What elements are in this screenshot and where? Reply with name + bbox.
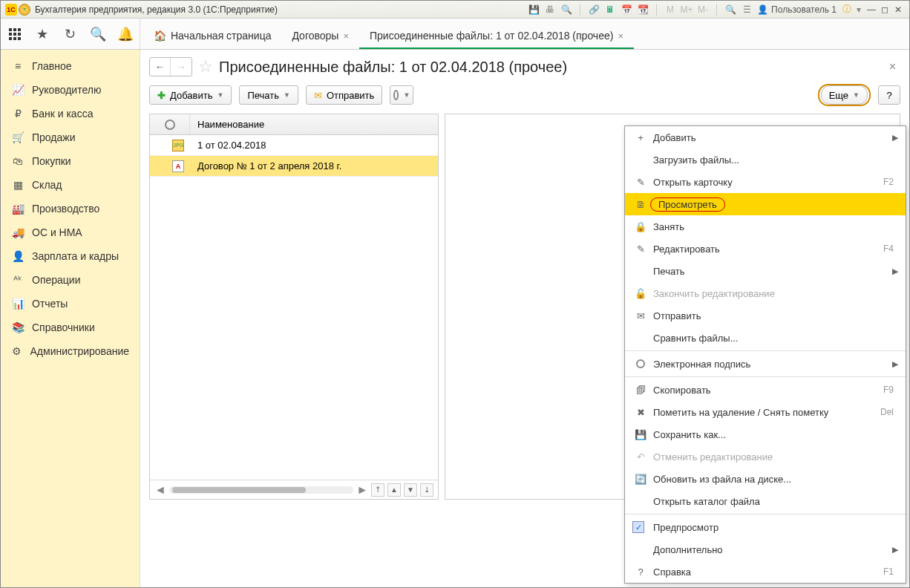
- tab-attached-files[interactable]: Присоединенные файлы: 1 от 02.04.2018 (п…: [359, 22, 634, 49]
- ctx-label: Предпросмотр: [649, 522, 898, 533]
- ctx-item-предпросмотр[interactable]: ✓Предпросмотр: [625, 516, 906, 538]
- save-icon[interactable]: 💾: [528, 4, 540, 16]
- sidebar-item-bank[interactable]: ₽Банк и касса: [1, 102, 140, 125]
- user-label[interactable]: 👤 Пользователь 1: [757, 4, 837, 15]
- ctx-item-обновить-из-файла-на-диске-[interactable]: 🔄Обновить из файла на диске...: [625, 468, 906, 490]
- sidebar-item-operations[interactable]: ᴬᵏОперации: [1, 268, 140, 292]
- ctx-item-редактировать[interactable]: ✎РедактироватьF4: [625, 238, 906, 260]
- bell-icon[interactable]: 🔔: [115, 24, 136, 45]
- ctx-item-печать[interactable]: Печать▶: [625, 260, 906, 282]
- tab-close-icon[interactable]: ×: [343, 30, 349, 42]
- info-dd-icon[interactable]: ▾: [853, 4, 865, 16]
- ctx-item-пометить-на-удаление-снять-пом[interactable]: ✖Пометить на удаление / Снять пометкуDel: [625, 401, 906, 423]
- history-icon[interactable]: ↻: [59, 24, 80, 45]
- shortcut: F2: [883, 177, 898, 187]
- tab-home[interactable]: 🏠 Начальная страница: [143, 22, 281, 49]
- search-icon[interactable]: 🔍: [88, 24, 108, 45]
- table-row[interactable]: А Договор № 1 от 2 апреля 2018 г.: [150, 156, 438, 177]
- scroll-thumb[interactable]: [172, 487, 306, 493]
- minimize-button[interactable]: —: [865, 4, 878, 16]
- close-button[interactable]: ✕: [891, 4, 905, 16]
- up-icon[interactable]: ▲: [387, 483, 401, 497]
- grid-header: Наименование: [150, 114, 438, 135]
- info-icon[interactable]: ⓘ: [841, 4, 853, 16]
- ctx-icon: ✉: [632, 310, 649, 321]
- scroll-right-icon[interactable]: ►: [356, 483, 368, 497]
- ctx-label: Открыть карточку: [649, 177, 883, 188]
- calendar31-icon[interactable]: 📆: [637, 4, 649, 16]
- sidebar-item-warehouse[interactable]: ▦Склад: [1, 173, 140, 197]
- ctx-item-открыть-карточку[interactable]: ✎Открыть карточкуF2: [625, 171, 906, 193]
- maximize-button[interactable]: ◻: [878, 4, 891, 16]
- forward-button[interactable]: →: [171, 58, 192, 76]
- sidebar-item-admin[interactable]: ⚙Администрирование: [1, 339, 140, 363]
- col-name[interactable]: Наименование: [190, 119, 438, 130]
- ctx-label: Обновить из файла на диске...: [649, 474, 898, 485]
- ctx-item-отправить[interactable]: ✉Отправить: [625, 304, 906, 327]
- ctx-item-сохранить-как-[interactable]: 💾Сохранить как...: [625, 423, 906, 445]
- help-button[interactable]: ?: [878, 85, 900, 105]
- ctx-item-сравнить-файлы-[interactable]: Сравнить файлы...: [625, 327, 906, 349]
- app-logo-icon: 1C: [5, 4, 17, 16]
- add-label: Добавить: [170, 90, 212, 101]
- scrollbar[interactable]: [169, 486, 353, 494]
- m-icon[interactable]: M: [664, 4, 676, 16]
- print-button[interactable]: Печать▼: [239, 85, 298, 105]
- zoom-icon[interactable]: 🔍: [724, 4, 736, 16]
- ctx-item-справка[interactable]: ?СправкаF1: [625, 561, 906, 583]
- add-button[interactable]: ✚Добавить▼: [149, 85, 232, 105]
- tasks-icon[interactable]: ☰: [741, 4, 753, 16]
- barchart-icon: 📊: [11, 298, 24, 310]
- ctx-item-занять[interactable]: 🔒Занять: [625, 215, 906, 238]
- close-page-button[interactable]: ×: [889, 60, 900, 74]
- sidebar-label: Руководителю: [32, 84, 101, 96]
- ctx-item-загрузить-файлы-[interactable]: Загрузить файлы...: [625, 148, 906, 171]
- calc-icon[interactable]: 🖩: [604, 4, 616, 16]
- ctx-label: Дополнительно: [649, 544, 892, 555]
- ctx-item-открыть-каталог-файла[interactable]: Открыть каталог файла: [625, 490, 906, 512]
- ctx-icon: 💾: [632, 429, 649, 440]
- ctx-item-дополнительно[interactable]: Дополнительно▶: [625, 538, 906, 561]
- star-icon[interactable]: ☆: [198, 57, 213, 76]
- apps-icon[interactable]: [4, 24, 25, 45]
- m-minus-icon[interactable]: M-: [697, 4, 709, 16]
- app-menu-dropdown[interactable]: ▾: [19, 4, 30, 16]
- more-button[interactable]: Еще▼: [821, 85, 868, 105]
- preview-icon[interactable]: 🔍: [560, 4, 572, 16]
- ctx-label: Просмотреть: [649, 199, 898, 210]
- ctx-label: Скопировать: [649, 385, 883, 396]
- ctx-item-просмотреть[interactable]: 🗎Просмотреть: [625, 193, 906, 215]
- col-signature[interactable]: [150, 114, 190, 134]
- ctx-label: Отменить редактирование: [649, 451, 898, 463]
- favorite-icon[interactable]: ★: [32, 24, 53, 45]
- collapse-up-icon[interactable]: ⤒: [371, 483, 384, 497]
- link-icon[interactable]: 🔗: [588, 4, 600, 16]
- back-button[interactable]: ←: [150, 58, 171, 76]
- sidebar-item-sales[interactable]: 🛒Продажи: [1, 125, 140, 149]
- signature-button[interactable]: ▼: [390, 85, 413, 105]
- sidebar-item-main[interactable]: ≡Главное: [1, 54, 140, 78]
- ctx-label: Электронная подпись: [649, 359, 892, 370]
- sidebar-item-hr[interactable]: 👤Зарплата и кадры: [1, 244, 140, 268]
- sidebar-item-manager[interactable]: 📈Руководителю: [1, 78, 140, 102]
- send-button[interactable]: ✉Отправить: [306, 85, 382, 105]
- chevron-down-icon: ▼: [217, 91, 223, 99]
- sidebar-item-reports[interactable]: 📊Отчеты: [1, 292, 140, 316]
- sidebar-item-directories[interactable]: 📚Справочники: [1, 316, 140, 339]
- titlebar: 1C ▾ Бухгалтерия предприятия, редакция 3…: [1, 1, 909, 19]
- print-icon[interactable]: 🖶: [544, 4, 556, 16]
- sidebar-item-production[interactable]: 🏭Производство: [1, 197, 140, 220]
- sidebar-item-assets[interactable]: 🚚ОС и НМА: [1, 220, 140, 244]
- ctx-item-скопировать[interactable]: 🗐СкопироватьF9: [625, 379, 906, 401]
- tab-contracts[interactable]: Договоры ×: [281, 22, 359, 49]
- tab-close-icon[interactable]: ×: [618, 30, 623, 42]
- collapse-down-icon[interactable]: ⤓: [420, 483, 433, 497]
- ctx-item-электронная-подпись[interactable]: Электронная подпись▶: [625, 353, 906, 375]
- down-icon[interactable]: ▼: [404, 483, 417, 497]
- calendar-icon[interactable]: 📅: [621, 4, 632, 16]
- ctx-item-добавить[interactable]: +Добавить▶: [625, 126, 906, 148]
- table-row[interactable]: JPG 1 от 02.04.2018: [150, 135, 438, 156]
- m-plus-icon[interactable]: M+: [681, 4, 693, 16]
- sidebar-item-purchases[interactable]: 🛍Покупки: [1, 149, 140, 173]
- scroll-left-icon[interactable]: ◄: [154, 483, 166, 497]
